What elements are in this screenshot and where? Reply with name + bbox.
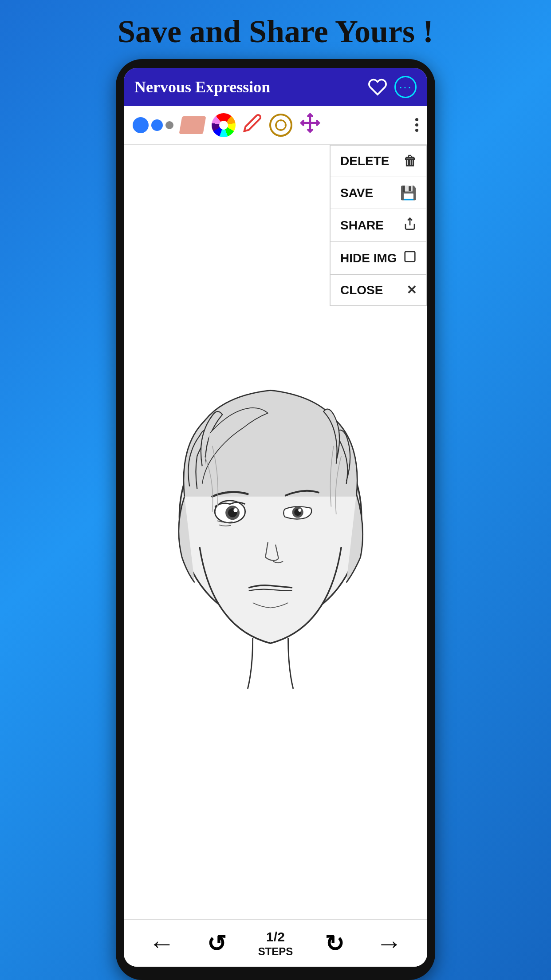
move-tool[interactable] <box>299 112 321 138</box>
delete-label: DELETE <box>340 154 389 168</box>
pencil-tool[interactable] <box>243 113 262 137</box>
menu-save[interactable]: SAVE 💾 <box>331 177 426 209</box>
brush-big <box>133 117 149 133</box>
share-label: SHARE <box>340 218 384 233</box>
app-header: Nervous Expression ··· <box>124 68 427 106</box>
toolbar <box>124 106 427 145</box>
canvas-area[interactable]: DELETE 🗑 SAVE 💾 SHARE <box>124 145 427 919</box>
menu-share[interactable]: SHARE <box>331 209 426 242</box>
close-label: CLOSE <box>340 283 383 297</box>
brush-med <box>151 119 163 131</box>
hide-img-label: HIDE IMG <box>340 251 397 265</box>
save-icon: 💾 <box>400 185 417 201</box>
eraser-tool[interactable] <box>179 116 206 134</box>
svg-rect-16 <box>405 252 415 262</box>
brush-small <box>165 121 173 129</box>
dropdown-menu: DELETE 🗑 SAVE 💾 SHARE <box>330 145 427 306</box>
app-title: Nervous Expression <box>134 78 270 96</box>
menu-delete[interactable]: DELETE 🗑 <box>331 146 426 177</box>
menu-close[interactable]: CLOSE ✕ <box>331 275 426 305</box>
close-icon: ✕ <box>406 283 417 297</box>
top-label: Save and Share Yours ! <box>118 13 433 50</box>
save-label: SAVE <box>340 186 373 200</box>
forward-button[interactable]: → <box>376 928 402 959</box>
trash-icon: 🗑 <box>403 154 417 169</box>
back-button[interactable]: ← <box>149 928 175 959</box>
color-wheel-tool[interactable] <box>212 113 236 137</box>
menu-hide-img[interactable]: HIDE IMG <box>331 242 426 275</box>
toolbar-more-icon[interactable] <box>415 118 418 132</box>
svg-point-0 <box>276 120 286 130</box>
svg-point-14 <box>298 509 301 512</box>
svg-point-11 <box>233 508 237 512</box>
phone-device: Nervous Expression ··· <box>116 59 435 980</box>
more-options-icon[interactable]: ··· <box>394 76 417 98</box>
heart-icon[interactable] <box>368 77 387 97</box>
select-tool[interactable] <box>269 114 292 137</box>
hide-icon <box>403 250 417 266</box>
steps-label: STEPS <box>258 945 293 958</box>
share-icon <box>403 217 417 233</box>
steps-counter: 1/2 STEPS <box>258 929 293 958</box>
replay-right-button[interactable]: ↻ <box>325 930 344 957</box>
bottom-navigation: ← ↻ 1/2 STEPS ↻ → <box>124 919 427 967</box>
brush-tool[interactable] <box>133 117 173 133</box>
phone-screen: Nervous Expression ··· <box>124 68 427 967</box>
steps-fraction: 1/2 <box>266 929 285 944</box>
replay-left-button[interactable]: ↻ <box>207 930 226 957</box>
header-icons: ··· <box>368 76 417 98</box>
